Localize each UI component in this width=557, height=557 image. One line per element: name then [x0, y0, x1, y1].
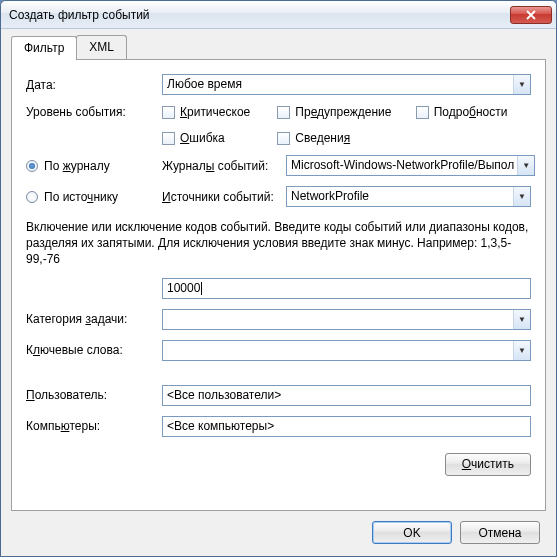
event-sources-value: NetworkProfile: [286, 186, 531, 207]
chk-error[interactable]: Ошибка: [162, 131, 277, 145]
close-icon: [526, 10, 536, 20]
event-logs-value: Microsoft-Windows-NetworkProfile/Выпол: [286, 155, 535, 176]
row-category: Категория задачи: ▼: [26, 309, 531, 330]
row-user: Пользователь:: [26, 385, 531, 406]
label-event-logs: Журналы событий:: [162, 159, 278, 173]
event-logs-combo[interactable]: Microsoft-Windows-NetworkProfile/Выпол ▼: [286, 155, 535, 176]
category-combo[interactable]: ▼: [162, 309, 531, 330]
titlebar: Создать фильтр событий: [1, 1, 556, 29]
keywords-value: [162, 340, 531, 361]
filter-panel: Дата: Любое время ▼ Уровень события: Кри…: [11, 59, 546, 511]
row-computers: Компьютеры:: [26, 416, 531, 437]
radio-icon: [26, 191, 38, 203]
checkbox-icon: [416, 106, 429, 119]
label-event-sources: Источники событий:: [162, 190, 278, 204]
chk-verbose[interactable]: Подробности: [416, 105, 531, 119]
client-area: Фильтр XML Дата: Любое время ▼ Уровень с…: [1, 29, 556, 556]
dialog-window: Создать фильтр событий Фильтр XML Дата: …: [0, 0, 557, 557]
user-input[interactable]: [162, 385, 531, 406]
help-text: Включение или исключение кодов событий. …: [26, 219, 531, 268]
label-level: Уровень события:: [26, 105, 154, 119]
label-user: Пользователь:: [26, 388, 154, 402]
category-value: [162, 309, 531, 330]
row-event-ids: 10000: [26, 278, 531, 299]
checkbox-icon: [162, 106, 175, 119]
event-sources-combo[interactable]: NetworkProfile ▼: [286, 186, 531, 207]
chk-info[interactable]: Сведения: [277, 131, 415, 145]
cancel-button[interactable]: Отмена: [460, 521, 540, 544]
ok-button[interactable]: OK: [372, 521, 452, 544]
row-by-log: По журналу Журналы событий: Microsoft-Wi…: [26, 155, 531, 176]
chk-warning[interactable]: Предупреждение: [277, 105, 415, 119]
radio-by-source-wrap[interactable]: По источнику: [26, 190, 154, 204]
close-button[interactable]: [510, 6, 552, 24]
checkbox-icon: [277, 132, 290, 145]
row-date: Дата: Любое время ▼: [26, 74, 531, 95]
keywords-combo[interactable]: ▼: [162, 340, 531, 361]
date-combo-value: Любое время: [162, 74, 531, 95]
label-category: Категория задачи:: [26, 312, 154, 326]
event-ids-input[interactable]: 10000: [162, 278, 531, 299]
label-computers: Компьютеры:: [26, 419, 154, 433]
level-checkboxes: Критическое Предупреждение Подробности О…: [162, 105, 531, 145]
date-combo[interactable]: Любое время ▼: [162, 74, 531, 95]
row-keywords: Ключевые слова: ▼: [26, 340, 531, 361]
chk-critical[interactable]: Критическое: [162, 105, 277, 119]
radio-by-log-wrap[interactable]: По журналу: [26, 159, 154, 173]
text-cursor-icon: [201, 282, 202, 295]
row-level: Уровень события: Критическое Предупрежде…: [26, 105, 531, 145]
tab-filter[interactable]: Фильтр: [11, 36, 77, 60]
tab-xml[interactable]: XML: [76, 35, 127, 59]
event-ids-input-wrap: 10000: [162, 278, 531, 299]
tab-strip: Фильтр XML: [11, 35, 546, 59]
row-by-source: По источнику Источники событий: NetworkP…: [26, 186, 531, 207]
checkbox-icon: [162, 132, 175, 145]
radio-icon: [26, 160, 38, 172]
label-keywords: Ключевые слова:: [26, 343, 154, 357]
window-title: Создать фильтр событий: [9, 8, 510, 22]
computers-input[interactable]: [162, 416, 531, 437]
dialog-footer: OK Отмена: [11, 511, 546, 546]
label-date: Дата:: [26, 78, 154, 92]
checkbox-icon: [277, 106, 290, 119]
clear-button[interactable]: Очистить: [445, 453, 531, 476]
